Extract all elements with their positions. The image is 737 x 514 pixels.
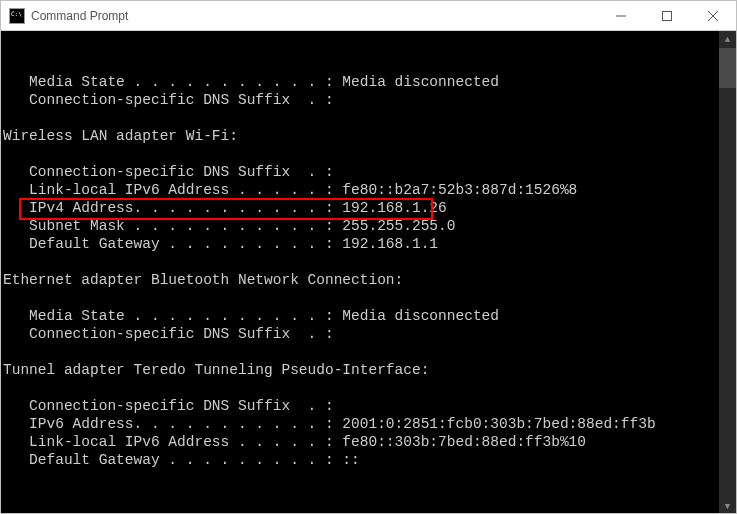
minimize-icon: [616, 11, 626, 21]
scroll-down-arrow-icon[interactable]: ▼: [719, 498, 736, 514]
terminal-line: Wireless LAN adapter Wi-Fi:: [3, 127, 717, 145]
window-title: Command Prompt: [31, 9, 598, 23]
terminal-line: Connection-specific DNS Suffix . :: [3, 163, 717, 181]
terminal-line: Media State . . . . . . . . . . . : Medi…: [3, 73, 717, 91]
terminal-content: Media State . . . . . . . . . . . : Medi…: [3, 73, 717, 469]
maximize-button[interactable]: [644, 1, 690, 30]
terminal-line: Default Gateway . . . . . . . . . : 192.…: [3, 235, 717, 253]
terminal-line: Subnet Mask . . . . . . . . . . . : 255.…: [3, 217, 717, 235]
window-controls: [598, 1, 736, 30]
terminal-line: Tunnel adapter Teredo Tunneling Pseudo-I…: [3, 361, 717, 379]
terminal-line: [3, 343, 717, 361]
terminal-line: Connection-specific DNS Suffix . :: [3, 325, 717, 343]
terminal-line: [3, 145, 717, 163]
minimize-button[interactable]: [598, 1, 644, 30]
terminal-line: Link-local IPv6 Address . . . . . : fe80…: [3, 181, 717, 199]
terminal-area[interactable]: Media State . . . . . . . . . . . : Medi…: [1, 31, 736, 514]
terminal-line: Ethernet adapter Bluetooth Network Conne…: [3, 271, 717, 289]
close-button[interactable]: [690, 1, 736, 30]
window-titlebar[interactable]: Command Prompt: [1, 1, 736, 31]
terminal-line: IPv6 Address. . . . . . . . . . . : 2001…: [3, 415, 717, 433]
terminal-line: IPv4 Address. . . . . . . . . . . : 192.…: [3, 199, 717, 217]
close-icon: [708, 11, 718, 21]
terminal-line: [3, 253, 717, 271]
scroll-up-arrow-icon[interactable]: ▲: [719, 31, 736, 48]
terminal-line: Connection-specific DNS Suffix . :: [3, 397, 717, 415]
terminal-line: [3, 289, 717, 307]
scroll-thumb[interactable]: [719, 48, 736, 88]
vertical-scrollbar[interactable]: ▲ ▼: [719, 31, 736, 514]
command-prompt-icon: [9, 8, 25, 24]
maximize-icon: [662, 11, 672, 21]
svg-rect-1: [663, 11, 672, 20]
terminal-line: Connection-specific DNS Suffix . :: [3, 91, 717, 109]
terminal-line: [3, 379, 717, 397]
terminal-line: Media State . . . . . . . . . . . : Medi…: [3, 307, 717, 325]
terminal-line: [3, 109, 717, 127]
terminal-line: Default Gateway . . . . . . . . . : ::: [3, 451, 717, 469]
terminal-line: Link-local IPv6 Address . . . . . : fe80…: [3, 433, 717, 451]
